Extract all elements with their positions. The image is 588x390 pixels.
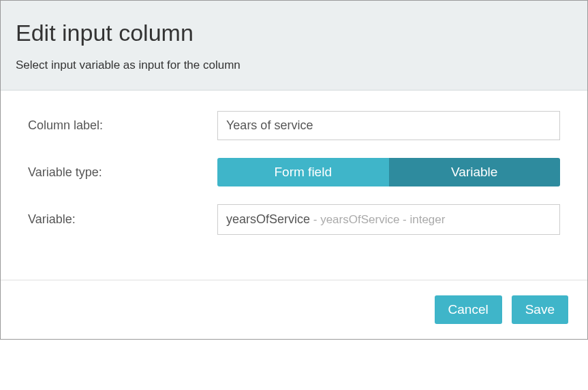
variable-type-toggle: Form field Variable <box>217 158 560 186</box>
variable-type-label: Variable type: <box>28 165 217 180</box>
column-label-input[interactable] <box>217 111 560 140</box>
dialog-subtitle: Select input variable as input for the c… <box>16 59 572 72</box>
variable-type-row: Variable type: Form field Variable <box>28 158 560 186</box>
edit-input-column-dialog: Edit input column Select input variable … <box>0 0 588 340</box>
form-field-toggle[interactable]: Form field <box>217 158 389 186</box>
variable-label: Variable: <box>28 212 217 227</box>
variable-secondary-text: - yearsOfService - integer <box>310 213 445 226</box>
dialog-header: Edit input column Select input variable … <box>1 1 587 91</box>
variable-toggle[interactable]: Variable <box>389 158 561 186</box>
variable-row: Variable: yearsOfService - yearsOfServic… <box>28 204 560 235</box>
dialog-footer: Cancel Save <box>1 280 587 339</box>
column-label-row: Column label: <box>28 111 560 140</box>
dialog-title: Edit input column <box>16 20 572 46</box>
variable-primary-text: yearsOfService <box>226 212 310 226</box>
dialog-body: Column label: Variable type: Form field … <box>1 91 587 280</box>
save-button[interactable]: Save <box>512 295 568 324</box>
column-label-text: Column label: <box>28 118 217 133</box>
cancel-button[interactable]: Cancel <box>435 295 502 324</box>
variable-select[interactable]: yearsOfService - yearsOfService - intege… <box>217 204 560 235</box>
